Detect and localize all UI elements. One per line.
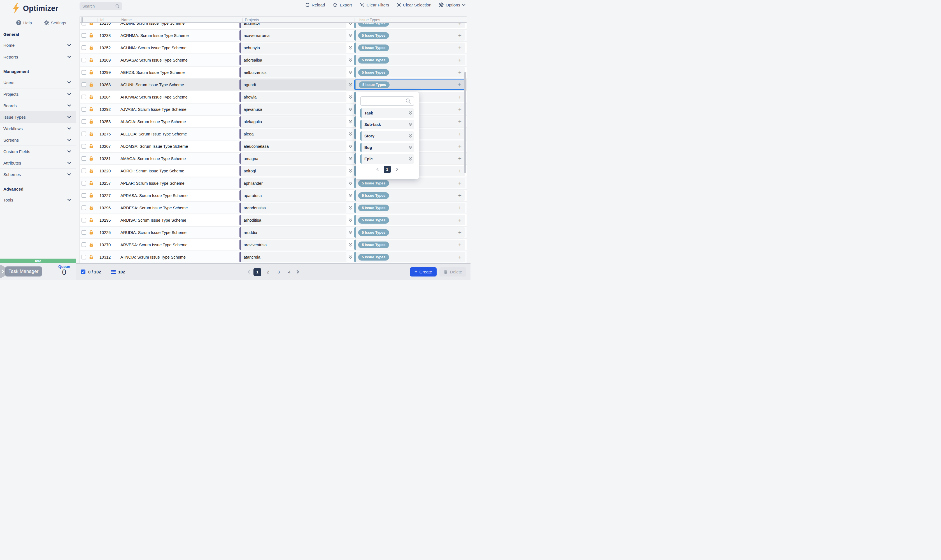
issue-types-pill[interactable]: 5 Issue Types xyxy=(358,192,389,199)
page-prev-icon[interactable] xyxy=(247,270,251,274)
row-projects-cell[interactable]: arhoditisa xyxy=(239,215,346,225)
double-chevron-icon[interactable] xyxy=(346,132,354,136)
add-issue-type-icon[interactable]: + xyxy=(458,242,461,248)
row-checkbox[interactable] xyxy=(82,242,86,247)
column-header-id[interactable]: Id xyxy=(100,18,103,22)
row-projects-cell[interactable]: atancreia xyxy=(239,252,346,262)
sidebar-item-custom-fields[interactable]: Custom Fields xyxy=(0,146,76,157)
issue-types-pill[interactable]: 5 Issue Types xyxy=(358,180,389,187)
double-chevron-icon[interactable] xyxy=(346,255,354,259)
issue-types-pill[interactable]: 5 Issue Types xyxy=(358,229,389,236)
popup-issue-type-story[interactable]: Story xyxy=(360,131,414,141)
row-projects-cell[interactable]: alekagulia xyxy=(239,117,346,127)
task-manager-button[interactable]: Task Manager xyxy=(5,266,42,277)
row-projects-cell[interactable]: acavernaruma xyxy=(239,30,346,41)
double-chevron-icon[interactable] xyxy=(346,144,354,149)
table-row[interactable]: 10227 APRASA: Scrum Issue Type Scheme ap… xyxy=(80,190,467,201)
row-issue-types-cell[interactable]: 5 Issue Types + xyxy=(354,215,465,225)
add-issue-type-icon[interactable]: + xyxy=(458,32,461,39)
clear-filters-button[interactable]: Clear Filters xyxy=(359,3,389,7)
sidebar-item-schemes[interactable]: Schemes xyxy=(0,168,76,180)
row-checkbox[interactable] xyxy=(82,82,86,87)
row-checkbox[interactable] xyxy=(82,230,86,235)
row-projects-cell[interactable]: aelburzensis xyxy=(239,67,346,77)
add-issue-type-icon[interactable]: + xyxy=(458,94,461,100)
row-projects-cell[interactable]: adorsalisa xyxy=(239,55,346,65)
add-issue-type-icon[interactable]: + xyxy=(458,254,461,260)
double-chevron-icon[interactable] xyxy=(346,169,354,173)
help-button[interactable]: ? Help xyxy=(16,20,32,25)
row-checkbox[interactable] xyxy=(82,205,86,210)
popup-issue-type-sub-task[interactable]: Sub-task xyxy=(360,120,414,129)
add-issue-type-icon[interactable]: + xyxy=(458,69,461,76)
row-projects-cell[interactable]: achunyia xyxy=(239,43,346,53)
page-button-2[interactable]: 2 xyxy=(264,268,272,276)
row-checkbox[interactable] xyxy=(82,70,86,75)
options-button[interactable]: Options xyxy=(439,3,466,7)
table-row[interactable]: 10299 AERZS: Scrum Issue Type Scheme ael… xyxy=(80,67,467,78)
row-checkbox[interactable] xyxy=(82,144,86,149)
sidebar-item-tools[interactable]: Tools xyxy=(0,194,76,206)
row-checkbox[interactable] xyxy=(82,181,86,186)
row-projects-cell[interactable]: araviventrisa xyxy=(239,240,346,250)
double-chevron-icon[interactable] xyxy=(346,95,354,99)
add-issue-type-icon[interactable]: + xyxy=(458,168,461,174)
row-checkbox[interactable] xyxy=(82,193,86,198)
row-checkbox[interactable] xyxy=(82,33,86,38)
row-issue-types-cell[interactable]: 5 Issue Types + xyxy=(354,80,465,90)
issue-types-pill[interactable]: 5 Issue Types xyxy=(358,32,389,39)
issue-types-pill[interactable]: 5 Issue Types xyxy=(358,205,389,211)
row-projects-cell[interactable]: aolrogi xyxy=(239,166,346,176)
add-issue-type-icon[interactable]: + xyxy=(458,82,461,88)
select-all-checkbox[interactable] xyxy=(82,17,83,23)
double-chevron-icon[interactable] xyxy=(346,243,354,247)
row-checkbox[interactable] xyxy=(82,255,86,259)
add-issue-type-icon[interactable]: + xyxy=(458,23,461,26)
table-row[interactable]: 10270 ARVESA: Scrum Issue Type Scheme ar… xyxy=(80,239,467,251)
create-button[interactable]: + Create xyxy=(410,267,437,277)
column-header-issue-types[interactable]: Issue Types xyxy=(359,18,380,22)
row-checkbox[interactable] xyxy=(82,119,86,124)
double-chevron-icon[interactable] xyxy=(346,193,354,198)
row-issue-types-cell[interactable]: 5 Issue Types + xyxy=(354,30,465,41)
row-checkbox[interactable] xyxy=(82,45,86,50)
popup-issue-type-task[interactable]: Task xyxy=(360,108,414,118)
row-issue-types-cell[interactable]: 5 Issue Types + xyxy=(354,23,465,28)
row-checkbox[interactable] xyxy=(82,107,86,112)
row-projects-cell[interactable]: aphilander xyxy=(239,178,346,188)
row-checkbox[interactable] xyxy=(82,23,86,25)
table-row[interactable]: 10238 ACRNMA: Scrum Issue Type Scheme ac… xyxy=(80,30,467,41)
double-chevron-icon[interactable] xyxy=(346,218,354,223)
double-chevron-icon[interactable] xyxy=(346,157,354,161)
row-checkbox[interactable] xyxy=(82,218,86,223)
double-chevron-icon[interactable] xyxy=(346,107,354,112)
delete-button[interactable]: Delete xyxy=(440,267,466,277)
row-projects-cell[interactable]: aleucomelasa xyxy=(239,141,346,151)
table-row[interactable]: 10263 AGUNI: Scrum Issue Type Scheme agu… xyxy=(80,79,467,91)
row-projects-cell[interactable]: aparatusa xyxy=(239,190,346,201)
row-projects-cell[interactable]: aruddia xyxy=(239,227,346,238)
row-projects-cell[interactable]: ahowia xyxy=(239,92,346,102)
sidebar-item-boards[interactable]: Boards xyxy=(0,100,76,111)
row-checkbox[interactable] xyxy=(82,95,86,99)
sidebar-item-issue-types[interactable]: Issue Types xyxy=(0,111,76,123)
row-issue-types-cell[interactable]: 5 Issue Types + xyxy=(354,227,465,238)
add-issue-type-icon[interactable]: + xyxy=(458,143,461,150)
popup-page-current[interactable]: 1 xyxy=(384,166,391,173)
add-issue-type-icon[interactable]: + xyxy=(458,45,461,51)
issue-types-pill[interactable]: 5 Issue Types xyxy=(358,57,389,63)
issue-types-pill[interactable]: 5 Issue Types xyxy=(358,254,389,260)
double-chevron-icon[interactable] xyxy=(346,46,354,50)
issue-types-pill[interactable]: 5 Issue Types xyxy=(359,82,390,88)
vertical-scrollbar[interactable] xyxy=(464,72,466,173)
double-chevron-icon[interactable] xyxy=(346,83,354,87)
row-projects-cell[interactable]: amagna xyxy=(239,153,346,164)
issue-types-pill[interactable]: 5 Issue Types xyxy=(358,217,389,224)
popup-issue-type-epic[interactable]: Epic xyxy=(360,154,414,164)
row-issue-types-cell[interactable]: 5 Issue Types + xyxy=(354,43,465,53)
table-row[interactable]: 10269 ADSASA: Scrum Issue Type Scheme ad… xyxy=(80,54,467,66)
row-checkbox[interactable] xyxy=(82,156,86,161)
row-checkbox[interactable] xyxy=(82,58,86,62)
page-button-4[interactable]: 4 xyxy=(285,268,293,276)
sidebar-item-reports[interactable]: Reports xyxy=(0,51,76,62)
